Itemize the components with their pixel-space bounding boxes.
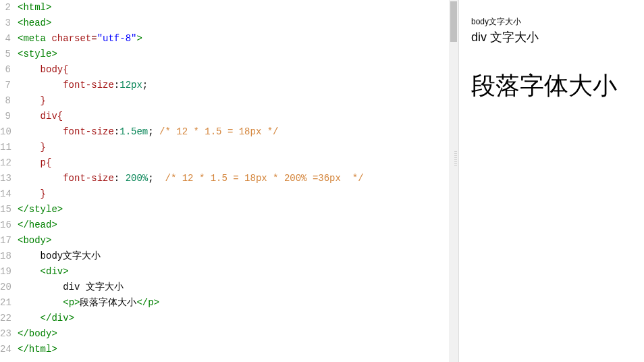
code-line[interactable]: </style> bbox=[18, 202, 458, 217]
preview-pane: body文字大小 div 文字大小 段落字体大小 bbox=[459, 0, 644, 362]
code-line[interactable]: <style> bbox=[18, 47, 458, 62]
split-view: 23456789101112131415161718192021222324 <… bbox=[0, 0, 644, 362]
code-line[interactable]: <html> bbox=[18, 0, 458, 16]
code-line[interactable]: } bbox=[18, 93, 458, 109]
scrollbar-grip-icon bbox=[454, 151, 457, 178]
code-line[interactable]: div 文字大小 bbox=[18, 280, 458, 295]
preview-p-text: 段落字体大小 bbox=[471, 70, 632, 103]
code-editor-pane: 23456789101112131415161718192021222324 <… bbox=[0, 0, 459, 362]
code-line[interactable]: body文字大小 bbox=[18, 249, 458, 264]
preview-div-text: div 文字大小 bbox=[471, 29, 632, 45]
code-line[interactable]: <p>段落字体大小</p> bbox=[18, 295, 458, 311]
code-line[interactable]: font-size: 200%; /* 12 * 1.5 = 18px * 20… bbox=[18, 171, 458, 186]
code-line[interactable]: </div> bbox=[18, 311, 458, 326]
code-line[interactable]: } bbox=[18, 186, 458, 202]
code-line[interactable]: p{ bbox=[18, 155, 458, 171]
code-editor[interactable]: <html><head><meta charset="utf-8"><style… bbox=[15, 0, 458, 362]
code-line[interactable]: <body> bbox=[18, 233, 458, 249]
preview-body-text: body文字大小 bbox=[471, 16, 632, 28]
vertical-scrollbar[interactable] bbox=[449, 0, 458, 362]
code-line[interactable]: <div> bbox=[18, 264, 458, 280]
line-number-gutter: 23456789101112131415161718192021222324 bbox=[0, 0, 15, 362]
code-line[interactable]: font-size:1.5em; /* 12 * 1.5 = 18px */ bbox=[18, 124, 458, 140]
code-line[interactable]: <meta charset="utf-8"> bbox=[18, 31, 458, 47]
code-line[interactable]: </head> bbox=[18, 217, 458, 233]
code-line[interactable]: } bbox=[18, 140, 458, 155]
code-line[interactable]: </body> bbox=[18, 326, 458, 342]
code-line[interactable]: <head> bbox=[18, 16, 458, 31]
code-line[interactable]: </html> bbox=[18, 342, 458, 357]
code-line[interactable]: font-size:12px; bbox=[18, 78, 458, 93]
code-line[interactable]: body{ bbox=[18, 62, 458, 78]
code-line[interactable]: div{ bbox=[18, 109, 458, 124]
scrollbar-thumb[interactable] bbox=[450, 1, 457, 42]
